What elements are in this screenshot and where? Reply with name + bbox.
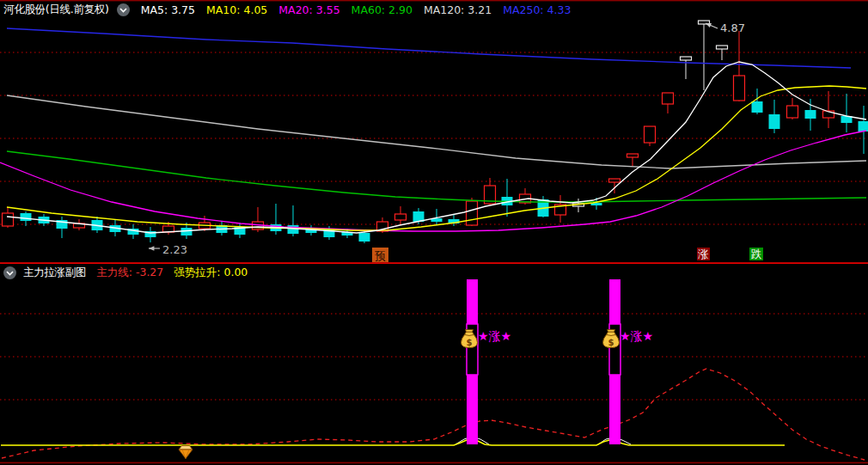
ma60-legend: MA60:2.90 bbox=[351, 3, 413, 16]
main-chart-header: 河化股份(日线.前复权) MA5:3.75 MA10:4.05 MA20:3.5… bbox=[3, 3, 571, 17]
candle-up bbox=[717, 46, 728, 49]
chevron-down-icon[interactable] bbox=[3, 266, 16, 279]
panel-separator bbox=[0, 262, 868, 264]
candle-up bbox=[3, 213, 14, 226]
stock-chart-window: 2.234.87预涨跌$$★涨★★涨★ 河化股份(日线.前复权) MA5:3.7… bbox=[0, 0, 868, 465]
candle-up bbox=[609, 179, 620, 182]
price-annotation: 4.87 bbox=[720, 21, 745, 34]
candle-down bbox=[859, 121, 868, 132]
ma250-legend: MA250:4.33 bbox=[503, 3, 571, 16]
ma10-legend: MA10:4.05 bbox=[206, 3, 267, 16]
candle-up bbox=[787, 106, 798, 118]
star-rise-label: ★涨★ bbox=[620, 329, 653, 343]
sub-chart-header: 主力拉涨副图 主力线:-3.27 强势拉升:0.00 bbox=[3, 266, 248, 280]
bottom-border bbox=[0, 462, 868, 464]
annotation-arrowhead bbox=[149, 246, 154, 250]
stock-title: 河化股份(日线.前复权) bbox=[3, 3, 109, 17]
candle-down bbox=[288, 225, 299, 234]
main-line-readout: 主力线:-3.27 bbox=[96, 266, 163, 280]
ma-line-MA60 bbox=[7, 151, 866, 202]
badge-label: 跌 bbox=[751, 248, 762, 260]
badge-label: 涨 bbox=[697, 248, 709, 260]
candle-down bbox=[769, 114, 780, 129]
signal-bar bbox=[467, 279, 478, 324]
candle-up bbox=[645, 126, 656, 143]
candle-down bbox=[181, 228, 193, 236]
ma5-legend: MA5:3.75 bbox=[141, 3, 195, 16]
badge-label: 预 bbox=[374, 249, 386, 262]
signal-bar bbox=[609, 375, 620, 444]
signal-bar bbox=[467, 375, 478, 444]
candle-up bbox=[627, 154, 639, 157]
candle-down bbox=[21, 213, 32, 221]
signal-bar bbox=[609, 279, 620, 324]
dollar-glyph: $ bbox=[467, 338, 473, 347]
star-rise-label: ★涨★ bbox=[478, 329, 511, 343]
sub-chart-title: 主力拉涨副图 bbox=[23, 266, 86, 280]
baseline bbox=[1, 439, 785, 445]
price-annotation: 2.23 bbox=[162, 243, 187, 256]
ma20-legend: MA20:3.55 bbox=[278, 3, 339, 16]
strong-pull-readout: 强势拉升:0.00 bbox=[174, 266, 248, 280]
main-line-curve bbox=[2, 369, 865, 460]
ma-line-MA120 bbox=[7, 95, 866, 168]
dollar-glyph: $ bbox=[608, 338, 614, 347]
chevron-down-icon[interactable] bbox=[117, 3, 130, 16]
diamond-icon bbox=[179, 446, 193, 459]
candle-up bbox=[467, 201, 478, 225]
candle-up bbox=[734, 76, 745, 101]
candle-down bbox=[752, 101, 763, 113]
top-border bbox=[0, 0, 868, 1]
chart-canvas[interactable]: 2.234.87预涨跌$$★涨★★涨★ bbox=[0, 0, 868, 465]
ma120-legend: MA120:3.21 bbox=[424, 3, 492, 16]
candle-down bbox=[805, 110, 816, 119]
candle-down bbox=[359, 233, 370, 242]
ma-line-MA10 bbox=[7, 86, 866, 230]
candle-up bbox=[663, 93, 674, 104]
candle-up bbox=[395, 214, 406, 220]
candle-up bbox=[681, 57, 692, 60]
